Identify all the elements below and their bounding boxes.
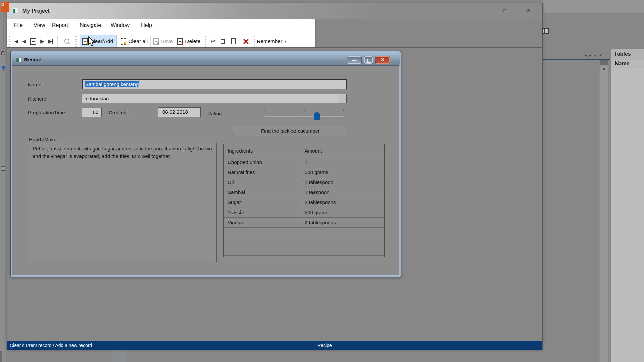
menu-view[interactable]: View [34, 22, 45, 28]
clear-add-icon: ✱ [82, 38, 88, 45]
recipe-maximize-button[interactable] [364, 56, 373, 64]
status-form-name: Recipe [317, 343, 332, 348]
window-title: My Project [22, 8, 50, 14]
tables-name-column-header[interactable]: Name [611, 60, 644, 69]
status-bar: Clear current record / Add a new record … [7, 341, 542, 350]
table-row-empty[interactable] [224, 228, 384, 237]
menu-toolbar-area: File View Report Navigate Window Help ◀ … [7, 19, 315, 50]
table-row[interactable]: Natural fries 500 grams [224, 167, 384, 177]
tab-next-icon[interactable]: ▸ [590, 53, 592, 58]
preparation-time-label: PreparationTime: [28, 110, 66, 115]
toolbar-drag-handle[interactable] [254, 36, 255, 47]
amount-column-header[interactable]: Amount [302, 144, 384, 157]
menu-window[interactable]: Window [111, 22, 130, 28]
copy-icon[interactable] [221, 39, 225, 44]
menu-report[interactable]: Report [52, 22, 68, 28]
grid-header-row: Ingredients Amount [224, 144, 384, 157]
how-to-make-textarea[interactable]: Put oil, trassi, sambal, vinegar, sugar … [29, 143, 217, 262]
ide-left-dots [3, 20, 4, 49]
clear-all-icon: ✱ [121, 38, 126, 45]
toolbar-drag-handle[interactable] [205, 36, 206, 47]
name-field[interactable]: Sambal goreng kentang [82, 79, 347, 89]
clear-all-button[interactable]: ✱ Clear all [121, 38, 148, 45]
table-row[interactable]: Oil 1 tablespoon [224, 177, 384, 187]
table-row[interactable]: Sambal 1 teaspoon [224, 187, 384, 197]
tab-prev-icon[interactable]: ◂ [585, 53, 587, 58]
name-label: Name: [28, 82, 43, 87]
ingredients-column-header[interactable]: Ingredients [224, 144, 302, 157]
table-row-empty[interactable] [224, 237, 384, 246]
delete-button[interactable]: ✗ Delete [177, 38, 200, 45]
panel-tab-nav[interactable]: ◂ ▸ ▾ ✕ [585, 52, 610, 58]
menu-file[interactable]: File [14, 22, 23, 28]
prior-record-button[interactable]: ◀ [22, 38, 26, 44]
tables-list[interactable] [611, 69, 644, 362]
status-hint-text: Clear current record / Add a new record [10, 343, 92, 348]
tab-tables[interactable]: Tables [611, 49, 644, 60]
clear-add-button[interactable]: ✱ Clear/Add [80, 35, 117, 48]
recipe-window-icon [16, 58, 21, 62]
ide-bottom-scrollbar[interactable] [112, 350, 127, 362]
ide-top-band [543, 0, 644, 13]
form-icon [30, 38, 36, 45]
close-button[interactable]: ✕ [524, 6, 533, 15]
slider-track[interactable] [265, 116, 344, 117]
table-row[interactable]: Trassie 500 grams [224, 207, 384, 218]
maximize-button[interactable]: □ [500, 6, 509, 15]
next-record-button[interactable]: ▶ [40, 38, 44, 44]
menu-navigate[interactable]: Navigate [80, 22, 101, 28]
kitchen-field[interactable]: Indonesian … [82, 94, 347, 103]
kitchen-label: Kitchen: [28, 96, 46, 102]
table-row[interactable]: Chopped union 1 [224, 157, 384, 167]
cancel-icon[interactable] [243, 38, 249, 44]
toolbar-drag-handle[interactable] [75, 36, 77, 47]
find-pickled-cucumber-button[interactable]: Find the pickled cucumber [234, 126, 346, 136]
delete-icon: ✗ [177, 38, 183, 45]
mdi-client-area: Recipe Name: Sambal goreng kentang Kitch… [7, 48, 542, 341]
created-field[interactable]: 08-02-2018 [158, 107, 201, 117]
remember-button[interactable]: Remember ▾ [257, 38, 286, 44]
recipe-titlebar[interactable]: Recipe [12, 52, 400, 65]
pin-icon[interactable] [2, 66, 5, 69]
recipe-form: Name: Sambal goreng kentang Kitchen: Ind… [12, 65, 399, 275]
save-button[interactable]: Save [153, 38, 173, 45]
table-row-empty[interactable] [224, 246, 384, 256]
main-window: My Project – □ ✕ File View Report Naviga… [7, 3, 543, 350]
recipe-minimize-button[interactable] [347, 56, 361, 64]
recipe-window: Recipe Name: Sambal goreng kentang Kitch… [10, 51, 401, 277]
app-badge-icon: D [1, 2, 9, 12]
ingredients-grid[interactable]: Ingredients Amount Chopped union 1 Natur… [223, 144, 385, 257]
ide-left-letter: C [1, 50, 5, 57]
paste-icon[interactable] [231, 38, 236, 44]
rating-label: Rating: [207, 111, 223, 116]
menu-help[interactable]: Help [141, 22, 152, 28]
table-row[interactable]: Vinegar 2 tablespoons [224, 218, 384, 228]
mouse-cursor [88, 36, 95, 46]
toolbar-drag-handle[interactable] [9, 36, 10, 47]
kitchen-lookup-button[interactable]: … [339, 95, 346, 103]
how-to-make-label: HowToMake: [29, 137, 58, 142]
table-grid-icon[interactable] [542, 28, 549, 34]
form-view-button[interactable] [30, 38, 36, 45]
recipe-window-title: Recipe [24, 57, 41, 63]
screen: C D ◂ ▸ ▾ ✕ ∧ Tables Name My Project – □… [0, 0, 644, 362]
panel-scrollbar[interactable]: ∧ [600, 65, 608, 362]
table-row[interactable]: Sugar 2 tablespoons [224, 197, 384, 207]
cut-icon[interactable]: ✂ [210, 38, 215, 45]
slider-thumb[interactable] [314, 111, 320, 120]
table-row-partial [224, 256, 384, 257]
first-record-button[interactable]: ◀ [14, 38, 18, 44]
minimize-button[interactable]: – [477, 6, 485, 15]
save-icon [153, 38, 159, 45]
tab-menu-icon[interactable]: ▾ [594, 53, 596, 58]
checkbox-icon[interactable] [1, 166, 5, 171]
preparation-time-field[interactable]: 60 [82, 108, 102, 117]
tab-close-icon[interactable]: ✕ [599, 53, 602, 58]
search-icon[interactable] [64, 38, 70, 45]
app-icon [12, 8, 18, 13]
scroll-up-icon[interactable]: ∧ [602, 66, 606, 71]
chevron-down-icon: ▾ [285, 40, 286, 43]
titlebar[interactable]: My Project – □ ✕ [7, 3, 542, 19]
last-record-button[interactable]: ▶ [48, 38, 53, 44]
recipe-close-button[interactable] [376, 56, 390, 64]
